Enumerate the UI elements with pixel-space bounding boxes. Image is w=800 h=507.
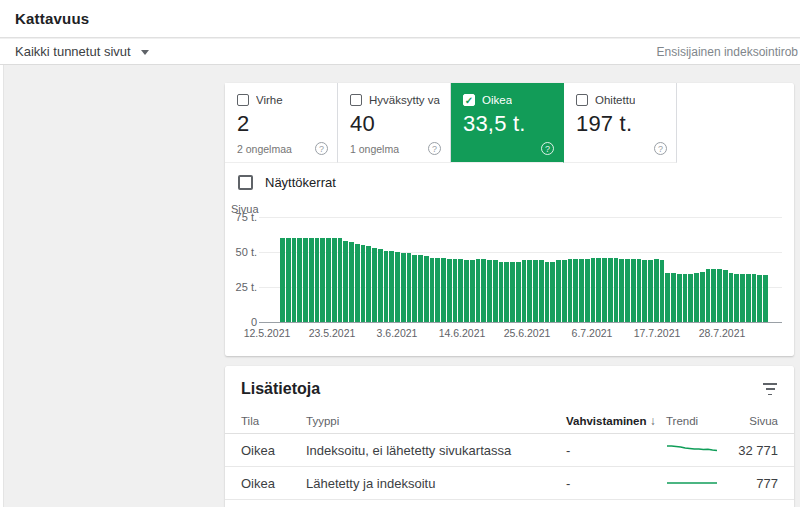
chart-bar[interactable] (614, 258, 619, 322)
chart-bar[interactable] (430, 258, 435, 322)
chart-bar[interactable] (539, 260, 544, 322)
checkbox-icon[interactable] (238, 175, 253, 190)
chart-bar[interactable] (637, 259, 642, 322)
chart-bar[interactable] (407, 253, 412, 322)
chart-bar[interactable] (545, 262, 550, 322)
chart-bar[interactable] (688, 274, 693, 322)
chart-bar[interactable] (729, 273, 734, 322)
chart-bar[interactable] (292, 238, 297, 322)
chart-bar[interactable] (671, 273, 676, 322)
checkbox-icon[interactable] (576, 94, 588, 106)
chart-bar[interactable] (349, 242, 354, 322)
chart-bar[interactable] (464, 260, 469, 322)
col-header-tila[interactable]: Tila (241, 415, 306, 427)
chart-bar[interactable] (355, 244, 360, 322)
col-header-vahvistaminen[interactable]: Vahvistaminen ↓ (566, 414, 666, 428)
chart-bar[interactable] (677, 274, 682, 322)
help-icon[interactable]: ? (654, 142, 667, 155)
chart-bar[interactable] (366, 246, 371, 322)
chart-bar[interactable] (286, 238, 291, 322)
chart-bar[interactable] (378, 249, 383, 322)
chart-bar[interactable] (562, 260, 567, 322)
checkbox-checked-icon[interactable]: ✓ (463, 94, 475, 106)
chart-bar[interactable] (556, 260, 561, 322)
help-icon[interactable]: ? (541, 142, 554, 155)
chart-bar[interactable] (711, 269, 716, 322)
chart-bar[interactable] (763, 275, 768, 322)
chart-bar[interactable] (596, 258, 601, 322)
chart-bar[interactable] (527, 260, 532, 322)
chart-bar[interactable] (297, 238, 302, 322)
chart-bar[interactable] (734, 274, 739, 322)
chart-bar[interactable] (401, 253, 406, 322)
status-tile-ohitettu[interactable]: Ohitettu 197 t. ? (564, 83, 677, 163)
chart-bar[interactable] (303, 238, 308, 322)
page-scope-dropdown[interactable]: Kaikki tunnetut sivut (15, 44, 149, 59)
chart-bar[interactable] (746, 274, 751, 322)
chart-bar[interactable] (625, 259, 630, 322)
chart-bar[interactable] (499, 262, 504, 322)
chart-bar[interactable] (510, 262, 515, 322)
chart-bar[interactable] (723, 270, 728, 322)
chart-bar[interactable] (441, 258, 446, 322)
chart-bar[interactable] (338, 238, 343, 322)
impressions-toggle[interactable]: Näyttökerrat (238, 175, 336, 190)
chart-bar[interactable] (568, 259, 573, 322)
chart-bar[interactable] (418, 255, 423, 322)
help-icon[interactable]: ? (428, 142, 441, 155)
chart-bar[interactable] (470, 260, 475, 322)
chart-bar[interactable] (332, 238, 337, 322)
chart-bar[interactable] (372, 248, 377, 322)
col-header-tyyppi[interactable]: Tyyppi (306, 415, 566, 427)
chart-bar[interactable] (424, 256, 429, 322)
chart-bar[interactable] (435, 258, 440, 322)
col-header-sivua[interactable]: Sivua (728, 415, 778, 427)
chart-bar[interactable] (447, 259, 452, 322)
chart-bar[interactable] (384, 251, 389, 322)
chart-bar[interactable] (648, 260, 653, 322)
chart-bar[interactable] (389, 251, 394, 322)
chart-bar[interactable] (740, 274, 745, 322)
chart-bar[interactable] (591, 258, 596, 322)
chart-bar[interactable] (683, 274, 688, 322)
chart-bar[interactable] (458, 259, 463, 322)
chart-bar[interactable] (654, 259, 659, 322)
chart-bar[interactable] (280, 238, 285, 322)
chart-bar[interactable] (395, 252, 400, 322)
chart-bar[interactable] (602, 258, 607, 322)
chart-bar[interactable] (706, 269, 711, 322)
chart-bar[interactable] (412, 255, 417, 322)
chart-bar[interactable] (320, 238, 325, 322)
chart-bar[interactable] (309, 238, 314, 322)
checkbox-icon[interactable] (237, 94, 249, 106)
chart-bar[interactable] (665, 273, 670, 322)
chart-bar[interactable] (522, 260, 527, 322)
help-icon[interactable]: ? (315, 142, 328, 155)
chart-bar[interactable] (533, 260, 538, 322)
status-tile-virhe[interactable]: Virhe 2 2 ongelmaa ? (225, 83, 338, 163)
chart-bar[interactable] (504, 262, 509, 322)
chart-bar[interactable] (326, 238, 331, 322)
chart-bar[interactable] (579, 259, 584, 322)
chart-bar[interactable] (717, 269, 722, 322)
chart-bar[interactable] (700, 272, 705, 322)
chart-bar[interactable] (361, 245, 366, 322)
chart-bar[interactable] (476, 259, 481, 322)
chart-bar[interactable] (631, 259, 636, 322)
col-header-trendi[interactable]: Trendi (666, 415, 728, 427)
chart-bar[interactable] (453, 259, 458, 322)
chart-bar[interactable] (608, 258, 613, 322)
table-row[interactable]: Oikea Indeksoitu, ei lähetetty sivukarta… (225, 434, 794, 467)
chart-bar[interactable] (550, 262, 555, 322)
table-row[interactable]: Oikea Lähetetty ja indeksoitu - 777 (225, 467, 794, 500)
checkbox-icon[interactable] (350, 94, 362, 106)
chart-bar[interactable] (343, 241, 348, 322)
chart-bar[interactable] (619, 259, 624, 322)
chart-bar[interactable] (642, 260, 647, 322)
chart-bar[interactable] (516, 262, 521, 322)
chart-bar[interactable] (585, 259, 590, 322)
chart-bar[interactable] (573, 259, 578, 322)
chart-bar[interactable] (487, 260, 492, 322)
chart-bar[interactable] (757, 275, 762, 322)
filter-icon[interactable] (762, 383, 778, 395)
